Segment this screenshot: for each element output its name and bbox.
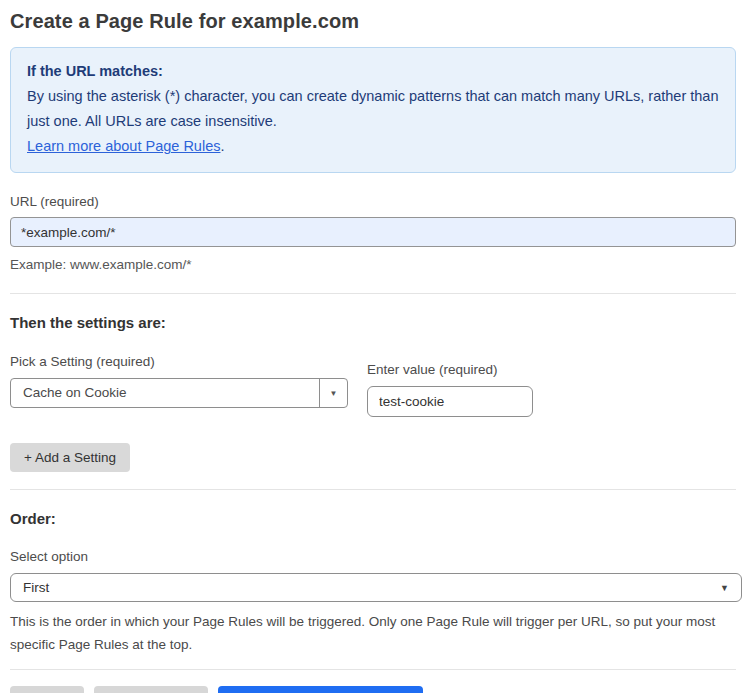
add-setting-button[interactable]: + Add a Setting bbox=[10, 443, 130, 472]
page-title: Create a Page Rule for example.com bbox=[10, 10, 736, 33]
footer-buttons: Cancel Save as Draft Save and Deploy Pag… bbox=[10, 686, 736, 693]
order-select[interactable]: First ▼ bbox=[10, 573, 742, 602]
caret-down-icon: ▼ bbox=[330, 389, 338, 398]
info-link-line: Learn more about Page Rules. bbox=[27, 134, 719, 159]
setting-value-label: Enter value (required) bbox=[367, 362, 533, 377]
setting-picker-label: Pick a Setting (required) bbox=[10, 354, 348, 369]
caret-down-icon: ▼ bbox=[720, 583, 741, 593]
settings-section-heading: Then the settings are: bbox=[10, 314, 736, 331]
create-page-rule-form: Create a Page Rule for example.com If th… bbox=[0, 0, 750, 693]
order-help-text: This is the order in which your Page Rul… bbox=[10, 610, 736, 656]
dropdown-arrow-button[interactable]: ▼ bbox=[319, 379, 347, 407]
learn-more-link[interactable]: Learn more about Page Rules bbox=[27, 138, 220, 154]
divider-before-footer bbox=[10, 669, 736, 670]
setting-dropdown[interactable]: Cache on Cookie ▼ bbox=[10, 378, 348, 408]
info-box-heading: If the URL matches: bbox=[27, 59, 719, 84]
save-as-draft-button[interactable]: Save as Draft bbox=[94, 686, 208, 693]
setting-value-input[interactable] bbox=[367, 386, 533, 417]
link-period: . bbox=[220, 138, 224, 154]
url-field-label: URL (required) bbox=[10, 194, 736, 209]
cancel-button[interactable]: Cancel bbox=[10, 686, 84, 693]
url-example-text: Example: www.example.com/* bbox=[10, 253, 736, 276]
setting-value-column: Enter value (required) bbox=[367, 362, 533, 417]
save-and-deploy-button[interactable]: Save and Deploy Page Rule bbox=[218, 686, 424, 693]
order-section-heading: Order: bbox=[10, 510, 736, 527]
order-select-label: Select option bbox=[10, 549, 736, 564]
order-select-value: First bbox=[11, 580, 720, 595]
divider-after-url bbox=[10, 293, 736, 294]
setting-dropdown-value: Cache on Cookie bbox=[11, 379, 319, 407]
url-match-info-box: If the URL matches: By using the asteris… bbox=[10, 47, 736, 173]
info-box-body: By using the asterisk (*) character, you… bbox=[27, 84, 719, 134]
url-input[interactable] bbox=[10, 217, 736, 247]
settings-row: Pick a Setting (required) Cache on Cooki… bbox=[10, 354, 736, 417]
setting-picker-column: Pick a Setting (required) Cache on Cooki… bbox=[10, 354, 348, 417]
divider-after-settings bbox=[10, 489, 736, 490]
